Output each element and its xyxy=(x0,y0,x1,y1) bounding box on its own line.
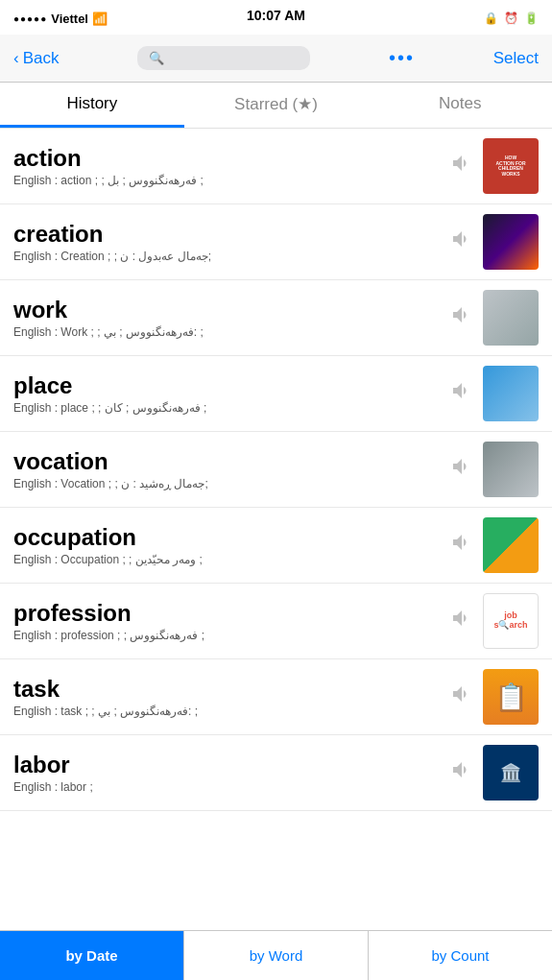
word-title: task xyxy=(13,676,441,704)
word-thumbnail: HOWACTION FORCHILDRENWORKS xyxy=(483,138,539,194)
tab-by-date-label: by Date xyxy=(65,947,117,964)
word-thumbnail xyxy=(483,442,539,497)
word-text-col: labor English : labor ; xyxy=(13,752,441,795)
battery-icon: 🔋 xyxy=(524,12,539,25)
status-bar: ●●●●● Viettel 📶 10:07 AM 🔒 ⏰ 🔋 xyxy=(0,0,552,35)
list-item[interactable]: place English : place ; ; فەرهەنگنووس ; … xyxy=(0,356,552,432)
word-thumbnail: 🏛️ xyxy=(483,745,539,801)
word-title: labor xyxy=(13,752,441,779)
tab-starred[interactable]: Starred (★) xyxy=(184,83,369,128)
word-subtitle: English : task ; ; فەرهەنگنووس ; بي: ; xyxy=(13,705,441,718)
audio-button[interactable] xyxy=(450,682,473,711)
word-text-col: place English : place ; ; فەرهەنگنووس ; … xyxy=(13,372,441,416)
status-time: 10:07 AM xyxy=(247,8,305,23)
word-text-col: creation English : Creation ; ; جەمال عە… xyxy=(13,221,441,264)
word-text-col: occupation English : Occupation ; ; ومەر… xyxy=(13,524,441,567)
word-subtitle: English : Work ; ; فەرهەنگنووس ; بي: ; xyxy=(13,325,441,339)
back-label[interactable]: Back xyxy=(23,49,60,68)
list-item[interactable]: creation English : Creation ; ; جەمال عە… xyxy=(0,204,552,280)
audio-button[interactable] xyxy=(450,607,473,635)
audio-button[interactable] xyxy=(450,152,473,180)
word-thumbnail: jobs🔍arch xyxy=(483,593,539,649)
word-subtitle: English : Occupation ; ; ومەر محیّدین ; xyxy=(13,553,441,566)
chevron-left-icon: ‹ xyxy=(13,49,19,68)
tab-by-word[interactable]: by Word xyxy=(184,931,369,980)
word-subtitle: English : profession ; ; فەرهەنگنووس ; xyxy=(13,629,441,642)
tab-notes[interactable]: Notes xyxy=(368,83,552,128)
word-title: occupation xyxy=(13,524,441,552)
audio-button[interactable] xyxy=(450,455,473,484)
word-text-col: task English : task ; ; فەرهەنگنووس ; بي… xyxy=(13,676,441,719)
tab-by-word-label: by Word xyxy=(250,947,303,964)
audio-button[interactable] xyxy=(450,531,473,560)
audio-button[interactable] xyxy=(450,303,473,332)
word-title: action xyxy=(13,145,441,173)
word-title: profession xyxy=(13,600,441,628)
word-thumbnail: 📋 xyxy=(483,669,539,725)
tab-by-date[interactable]: by Date xyxy=(0,931,184,980)
word-title: vocation xyxy=(13,448,441,476)
tab-history-label: History xyxy=(66,94,117,113)
word-title: creation xyxy=(13,221,441,249)
list-item[interactable]: task English : task ; ; فەرهەنگنووس ; بي… xyxy=(0,659,552,735)
word-title: work xyxy=(13,297,441,324)
tab-by-count-label: by Count xyxy=(431,947,489,964)
carrier-name: Viettel xyxy=(51,12,88,26)
word-text-col: vocation English : Vocation ; ; جەمال ڕە… xyxy=(13,448,441,491)
alarm-icon: ⏰ xyxy=(504,12,518,25)
tab-history[interactable]: History xyxy=(0,83,184,128)
word-subtitle: English : labor ; xyxy=(13,780,441,794)
back-button[interactable]: ‹ Back xyxy=(13,49,59,68)
word-list: action English : action ; ; فەرهەنگنووس … xyxy=(0,129,552,865)
tab-notes-label: Notes xyxy=(439,94,481,113)
nav-bar: ‹ Back 🔍 ••• Select xyxy=(0,35,552,83)
list-item[interactable]: work English : Work ; ; فەرهەنگنووس ; بي… xyxy=(0,280,552,356)
bottom-tab-bar: by Date by Word by Count xyxy=(0,930,552,980)
list-item[interactable]: occupation English : Occupation ; ; ومەر… xyxy=(0,508,552,584)
select-button[interactable]: Select xyxy=(493,49,539,68)
audio-button[interactable] xyxy=(450,379,473,408)
list-item[interactable]: action English : action ; ; فەرهەنگنووس … xyxy=(0,129,552,204)
word-text-col: work English : Work ; ; فەرهەنگنووس ; بي… xyxy=(13,297,441,340)
word-title: place xyxy=(13,372,441,400)
word-thumbnail xyxy=(483,517,539,573)
more-button[interactable]: ••• xyxy=(389,47,415,69)
list-item[interactable]: labor English : labor ; 🏛️ xyxy=(0,735,552,811)
word-thumbnail xyxy=(483,366,539,421)
word-thumbnail xyxy=(483,214,539,270)
list-item[interactable]: vocation English : Vocation ; ; جەمال ڕە… xyxy=(0,432,552,508)
audio-button[interactable] xyxy=(450,227,473,256)
wifi-icon: 📶 xyxy=(92,12,108,26)
list-item[interactable]: profession English : profession ; ; فەره… xyxy=(0,584,552,659)
search-icon: 🔍 xyxy=(149,51,164,65)
lock-icon: 🔒 xyxy=(484,12,498,25)
search-bar[interactable]: 🔍 xyxy=(137,46,310,70)
word-thumbnail xyxy=(483,290,539,346)
signal-dots: ●●●●● xyxy=(13,13,47,24)
tab-starred-label: Starred (★) xyxy=(234,94,318,114)
word-subtitle: English : place ; ; فەرهەنگنووس ; کان ; xyxy=(13,401,441,415)
word-subtitle: English : Creation ; ; جەمال عەبدول : ن; xyxy=(13,250,441,263)
word-subtitle: English : Vocation ; ; جەمال ڕەشید : ن; xyxy=(13,477,441,490)
word-text-col: action English : action ; ; فەرهەنگنووس … xyxy=(13,145,441,188)
tab-by-count[interactable]: by Count xyxy=(369,931,552,980)
top-tab-bar: History Starred (★) Notes xyxy=(0,83,552,129)
audio-button[interactable] xyxy=(450,758,473,787)
word-subtitle: English : action ; ; فەرهەنگنووس ; بل ; xyxy=(13,174,441,187)
status-right: 🔒 ⏰ 🔋 xyxy=(484,12,539,25)
status-left: ●●●●● Viettel 📶 xyxy=(13,12,108,26)
word-text-col: profession English : profession ; ; فەره… xyxy=(13,600,441,643)
